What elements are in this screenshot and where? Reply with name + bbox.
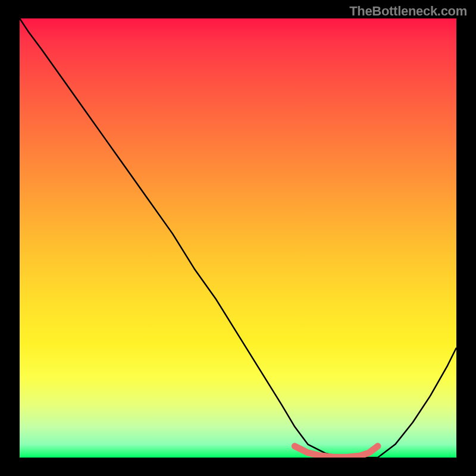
curve-overlay [20,18,456,458]
watermark-text: TheBottleneck.com [349,4,467,19]
optimum-highlight [295,446,377,457]
plot-area [20,18,456,458]
outer-frame: TheBottleneck.com [0,0,476,476]
bottleneck-curve [20,18,456,458]
